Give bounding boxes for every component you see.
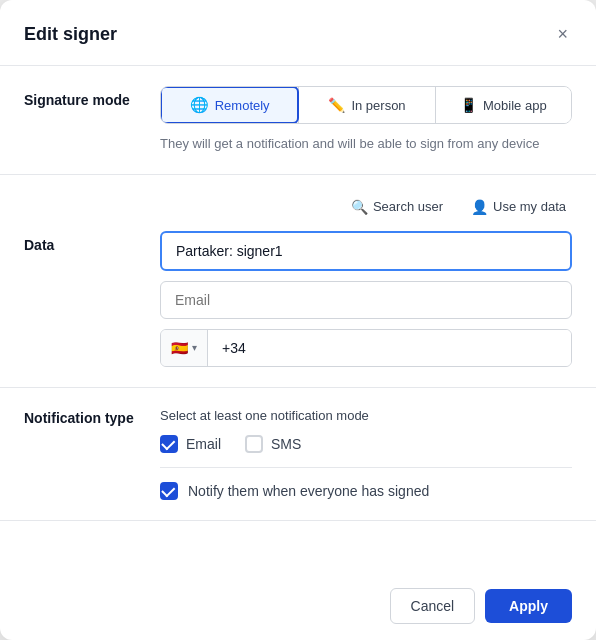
flag-icon: 🇪🇸 bbox=[171, 340, 188, 356]
data-label: Data bbox=[24, 231, 144, 253]
email-checkbox-item[interactable]: Email bbox=[160, 435, 221, 453]
mobile-icon: 📱 bbox=[460, 97, 477, 113]
search-icon: 🔍 bbox=[351, 199, 368, 215]
email-checkbox-label: Email bbox=[186, 436, 221, 452]
sig-btn-remotely[interactable]: 🌐 Remotely bbox=[160, 86, 299, 124]
user-icon: 👤 bbox=[471, 199, 488, 215]
chevron-down-icon: ▾ bbox=[192, 342, 197, 353]
cancel-button[interactable]: Cancel bbox=[390, 588, 476, 624]
in-person-label: In person bbox=[351, 98, 405, 113]
signature-mode-section: Signature mode 🌐 Remotely ✏️ In person 📱… bbox=[0, 66, 596, 175]
phone-row: 🇪🇸 ▾ bbox=[160, 329, 572, 367]
globe-icon: 🌐 bbox=[190, 96, 209, 114]
modal-footer: Cancel Apply bbox=[0, 572, 596, 640]
apply-button[interactable]: Apply bbox=[485, 589, 572, 623]
name-input[interactable] bbox=[160, 231, 572, 271]
notify-signed-label: Notify them when everyone has signed bbox=[188, 483, 429, 499]
use-my-data-label: Use my data bbox=[493, 199, 566, 214]
close-icon: × bbox=[557, 24, 568, 45]
use-my-data-button[interactable]: 👤 Use my data bbox=[465, 195, 572, 219]
notification-content: Select at least one notification mode Em… bbox=[160, 408, 572, 500]
notification-checkboxes: Email SMS bbox=[160, 435, 572, 453]
apply-label: Apply bbox=[509, 598, 548, 614]
signature-mode-description: They will get a notification and will be… bbox=[160, 134, 572, 154]
edit-signer-modal: Edit signer × Signature mode 🌐 Remotely … bbox=[0, 0, 596, 640]
signature-mode-label: Signature mode bbox=[24, 86, 144, 108]
data-section-row: Data 🇪🇸 ▾ bbox=[24, 231, 572, 367]
notify-signed-checkbox[interactable] bbox=[160, 482, 178, 500]
mobile-app-label: Mobile app bbox=[483, 98, 547, 113]
signature-mode-row: Signature mode 🌐 Remotely ✏️ In person 📱… bbox=[24, 86, 572, 154]
email-checkbox[interactable] bbox=[160, 435, 178, 453]
sms-checkbox-label: SMS bbox=[271, 436, 301, 452]
signature-mode-content: 🌐 Remotely ✏️ In person 📱 Mobile app The… bbox=[160, 86, 572, 154]
modal-header: Edit signer × bbox=[0, 0, 596, 66]
phone-country-selector[interactable]: 🇪🇸 ▾ bbox=[161, 330, 208, 366]
notify-signed-row[interactable]: Notify them when everyone has signed bbox=[160, 482, 572, 500]
signature-mode-buttons: 🌐 Remotely ✏️ In person 📱 Mobile app bbox=[160, 86, 572, 124]
modal-title: Edit signer bbox=[24, 24, 117, 45]
search-user-button[interactable]: 🔍 Search user bbox=[345, 195, 449, 219]
data-section-header: 🔍 Search user 👤 Use my data bbox=[24, 195, 572, 219]
divider bbox=[160, 467, 572, 468]
pencil-icon: ✏️ bbox=[328, 97, 345, 113]
notification-type-section: Notification type Select at least one no… bbox=[0, 388, 596, 521]
cancel-label: Cancel bbox=[411, 598, 455, 614]
data-section: 🔍 Search user 👤 Use my data Data 🇪🇸 ▾ bbox=[0, 175, 596, 388]
phone-input[interactable] bbox=[208, 330, 571, 366]
sig-btn-mobile-app[interactable]: 📱 Mobile app bbox=[435, 87, 571, 123]
data-inputs: 🇪🇸 ▾ bbox=[160, 231, 572, 367]
search-user-label: Search user bbox=[373, 199, 443, 214]
notification-row: Notification type Select at least one no… bbox=[24, 408, 572, 500]
notification-label: Notification type bbox=[24, 408, 144, 426]
sms-checkbox[interactable] bbox=[245, 435, 263, 453]
close-button[interactable]: × bbox=[553, 20, 572, 49]
sms-checkbox-item[interactable]: SMS bbox=[245, 435, 301, 453]
notification-description: Select at least one notification mode bbox=[160, 408, 572, 423]
sig-btn-in-person[interactable]: ✏️ In person bbox=[298, 87, 434, 123]
email-input[interactable] bbox=[160, 281, 572, 319]
remotely-label: Remotely bbox=[215, 98, 270, 113]
